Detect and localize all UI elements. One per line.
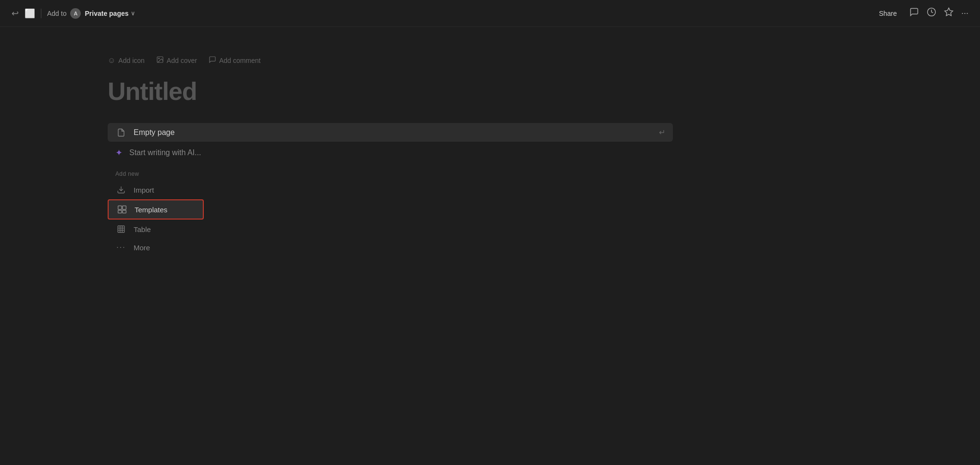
svg-point-3 [158, 58, 159, 59]
add-cover-button[interactable]: Add cover [156, 56, 197, 65]
add-icon-button[interactable]: ☺ Add icon [108, 56, 145, 65]
page-actions: ☺ Add icon Add cover Add comment [96, 56, 980, 65]
svg-rect-7 [118, 210, 122, 213]
import-option[interactable]: Import [108, 181, 673, 198]
private-pages-label: Private pages [85, 10, 128, 17]
more-options-icon[interactable]: ··· [961, 8, 968, 18]
chevron-down-icon: ∨ [131, 10, 135, 17]
page-title[interactable]: Untitled [96, 77, 980, 106]
svg-rect-8 [123, 210, 126, 213]
comment-add-icon [209, 56, 216, 65]
menu-container: Empty page ↵ ✦ Start writing with AI... … [96, 123, 673, 256]
empty-page-label: Empty page [134, 128, 652, 137]
document-icon [115, 128, 127, 137]
add-to-button[interactable]: Add to A Private pages ∨ [47, 8, 135, 19]
import-label: Import [134, 186, 154, 194]
add-comment-label: Add comment [219, 57, 261, 64]
more-icon: ··· [115, 243, 127, 252]
more-option[interactable]: ··· More [108, 239, 673, 256]
star-icon[interactable] [944, 7, 954, 19]
comment-icon[interactable] [909, 7, 919, 19]
ai-writing-option[interactable]: ✦ Start writing with AI... [108, 143, 673, 163]
back-icon[interactable]: ↩ [12, 8, 19, 19]
empty-page-option[interactable]: Empty page ↵ [108, 123, 673, 142]
add-new-section-label: Add new [108, 171, 673, 177]
ai-label: Start writing with AI... [129, 148, 201, 157]
emoji-icon: ☺ [108, 56, 115, 65]
import-icon [115, 185, 127, 194]
add-cover-label: Add cover [167, 57, 197, 64]
topbar: ↩ ⬜ Add to A Private pages ∨ Share [0, 0, 980, 27]
table-option[interactable]: Table [108, 220, 673, 238]
templates-option[interactable]: Templates [108, 199, 204, 220]
topbar-left: ↩ ⬜ Add to A Private pages ∨ [12, 8, 135, 19]
image-icon [156, 56, 164, 65]
svg-rect-6 [123, 206, 126, 210]
svg-rect-9 [118, 226, 124, 232]
svg-rect-5 [118, 206, 122, 210]
ai-sparkle-icon: ✦ [115, 147, 123, 158]
table-icon [115, 225, 127, 233]
add-to-label: Add to [47, 10, 66, 17]
history-icon[interactable] [927, 7, 936, 19]
topbar-divider [41, 9, 41, 18]
table-label: Table [134, 225, 151, 233]
add-icon-label: Add icon [118, 57, 144, 64]
enter-icon: ↵ [659, 128, 665, 137]
svg-marker-1 [945, 8, 953, 16]
topbar-right: Share ··· [874, 7, 968, 19]
main-content: ☺ Add icon Add cover Add comment Untitle [0, 27, 980, 256]
templates-icon [116, 205, 128, 214]
avatar: A [70, 8, 81, 19]
templates-label: Templates [135, 206, 167, 214]
more-label: More [134, 244, 150, 252]
private-pages-button[interactable]: Private pages ∨ [85, 10, 135, 17]
share-button[interactable]: Share [874, 8, 902, 19]
add-comment-button[interactable]: Add comment [209, 56, 261, 65]
layout-icon[interactable]: ⬜ [25, 8, 35, 19]
